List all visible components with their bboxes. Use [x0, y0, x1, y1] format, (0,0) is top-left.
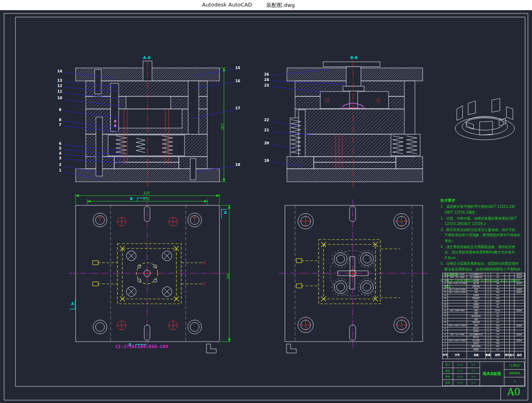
bom-cell [505, 312, 510, 315]
balloon-label: 24 [264, 78, 269, 82]
balloon-label: 21 [264, 129, 269, 132]
dim-plan-width: 320 [143, 192, 150, 195]
notes-title: 技术要求 [441, 198, 521, 203]
bom-cell [505, 309, 510, 312]
bom-row: 12推杆固定板145 [443, 315, 525, 318]
bom-cell: 21 [443, 288, 448, 291]
sig-date: ×× [467, 374, 480, 379]
sheet-size-label: A0 [507, 386, 521, 398]
bom-cell [505, 318, 510, 321]
bom-cell: T8A [491, 340, 505, 342]
iso-part-3d-view[interactable] [455, 98, 515, 140]
plan-view-moving-half[interactable] [279, 199, 429, 348]
bom-cell: 7 [443, 330, 448, 333]
bom-cell: 4 [486, 276, 491, 279]
sig-date: ×× [467, 380, 480, 386]
bom-cell [510, 327, 515, 330]
bom-cell: T8A [491, 325, 505, 327]
bom-row: 2侧型芯滑块4P20 [443, 345, 525, 348]
bom-cell: 11 [443, 318, 448, 321]
bom-cell [510, 276, 515, 279]
bom-cell: 标准件 [515, 282, 525, 285]
bom-cell [510, 336, 515, 339]
bom-cell: 16 [443, 303, 448, 306]
bom-cell [515, 301, 525, 303]
bom-cell [510, 340, 515, 342]
bom-cell: 6 [443, 333, 448, 336]
bom-cell: 45 [491, 321, 505, 324]
bom-cell [505, 303, 510, 306]
bom-cell: 内六角螺钉M12 [467, 333, 486, 336]
bom-cell [510, 285, 515, 288]
bom-cell [505, 330, 510, 333]
section-view-aa[interactable] [76, 60, 219, 187]
bom-cell [505, 336, 510, 339]
bom-cell [510, 288, 515, 291]
bom-cell: 17 [443, 301, 448, 303]
dim-plan-height: 300 [227, 273, 230, 279]
sig-field: 审核 [443, 374, 453, 379]
plan-view-fixed-half[interactable] [69, 199, 226, 348]
bom-cell [505, 306, 510, 309]
bom-cell [448, 336, 467, 339]
bom-cell: 推板 [467, 318, 486, 321]
bom-row: 16动模板145 [443, 303, 525, 306]
bom-cell [510, 291, 515, 294]
bom-table: 26GB/T 70.1-2000内六角螺钉M10645标准件25GB/T 70.… [442, 273, 525, 359]
bom-cell: 动模座板 [467, 321, 486, 324]
bom-cell: 4 [486, 333, 491, 336]
bom-cell: 复位杆 [467, 327, 486, 330]
bom-cell: 1 [486, 315, 491, 318]
bom-cell: 1 [486, 282, 491, 285]
balloon-label: 2 [59, 163, 61, 167]
sig-name: ××× [453, 362, 467, 368]
sheet-number: 1 [504, 377, 525, 386]
bom-row: 18型腔镶件1P20 [443, 297, 525, 300]
bom-cell: 4 [486, 327, 491, 330]
bom-cell: 4 [486, 288, 491, 291]
bom-row: 8复位杆4T8A [443, 327, 525, 330]
bom-cell [515, 330, 525, 333]
balloon-label: 23 [264, 84, 269, 87]
bom-cell: P20 [491, 297, 505, 300]
bom-cell [448, 303, 467, 306]
autocad-window: Autodesk AutoCAD 装配图.dwg [0, 0, 532, 403]
bom-cell: 25 [443, 276, 448, 279]
bom-cell: 1 [486, 279, 491, 282]
bom-cell [515, 279, 525, 282]
bom-cell: 动模板 [467, 303, 486, 306]
bom-cell [505, 349, 510, 351]
bom-cell [505, 276, 510, 279]
bom-cell: 1 [486, 318, 491, 321]
balloon-label: 9 [59, 108, 61, 112]
bom-cell [510, 309, 515, 312]
bom-cell [510, 279, 515, 282]
bom-cell [510, 273, 515, 276]
section-view-bb[interactable] [287, 60, 423, 187]
window-title-bar: Autodesk AutoCAD 装配图.dwg [0, 0, 532, 10]
bom-cell [448, 318, 467, 321]
bom-cell: 4 [486, 340, 491, 342]
bom-cell [515, 336, 525, 339]
bom-cell [515, 285, 525, 288]
bom-cell: 45 [491, 336, 505, 339]
bom-cell: 10 [443, 321, 448, 324]
balloon-label: 22 [264, 118, 269, 122]
bom-cell: 标准件 [515, 325, 525, 327]
bom-cell: 型芯 [467, 301, 486, 303]
balloon-label: 7 [59, 123, 61, 127]
bom-header-cell: 备注 [515, 351, 525, 359]
bom-cell: 标准件 [515, 273, 525, 276]
bom-cell [510, 342, 515, 345]
project-name: 塑料模具 [504, 370, 525, 377]
dim-section-height: 267 [221, 124, 225, 130]
bom-cell: 2 [443, 345, 448, 348]
bom-cell: 22 [443, 285, 448, 288]
bom-cell: T8A [491, 342, 505, 345]
cut-letter-a-top: A [224, 211, 227, 215]
bom-header-cell: 代号 [448, 351, 467, 359]
bom-cell: 2 [486, 312, 491, 315]
bom-cell [510, 315, 515, 318]
sig-date: ×× [467, 362, 480, 368]
balloon-label: 1 [59, 169, 61, 172]
